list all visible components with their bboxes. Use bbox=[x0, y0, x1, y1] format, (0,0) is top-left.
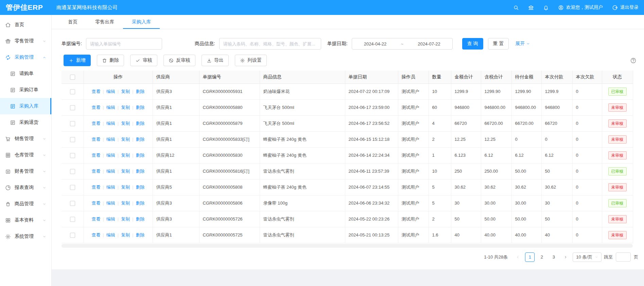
logout-button[interactable]: 退出登录 bbox=[612, 4, 639, 11]
row-action-delete[interactable]: 删除 bbox=[136, 105, 145, 110]
sidebar-item-goods-mgmt[interactable]: 商品管理 bbox=[0, 196, 51, 212]
date-range-picker[interactable]: 2024-04-22 ~ 2024-07-22 bbox=[352, 38, 453, 50]
row-action-delete[interactable]: 删除 bbox=[136, 216, 145, 222]
row-checkbox[interactable] bbox=[70, 89, 75, 94]
expand-link[interactable]: 展开 bbox=[515, 41, 530, 47]
prev-page-button[interactable] bbox=[513, 252, 523, 262]
row-checkbox[interactable] bbox=[70, 153, 75, 158]
row-action-view[interactable]: 查看 bbox=[91, 137, 100, 142]
select-all-checkbox[interactable] bbox=[70, 75, 75, 80]
row-action-copy[interactable]: 复制 bbox=[121, 232, 130, 237]
row-action-copy[interactable]: 复制 bbox=[121, 216, 130, 222]
row-action-edit[interactable]: 编辑 bbox=[106, 153, 115, 158]
row-action-delete[interactable]: 删除 bbox=[136, 121, 145, 126]
row-action-edit[interactable]: 编辑 bbox=[106, 201, 115, 206]
row-checkbox[interactable] bbox=[70, 201, 75, 206]
tab-retail-outbound[interactable]: 零售出库 bbox=[86, 15, 123, 29]
row-checkbox[interactable] bbox=[70, 233, 75, 238]
row-action-view[interactable]: 查看 bbox=[91, 121, 100, 126]
row-action-view[interactable]: 查看 bbox=[91, 169, 100, 174]
row-action-delete[interactable]: 删除 bbox=[136, 185, 145, 190]
audit-button[interactable]: 审核 bbox=[130, 55, 157, 66]
date-from-value[interactable]: 2024-04-22 bbox=[352, 41, 399, 46]
row-action-view[interactable]: 查看 bbox=[91, 89, 100, 94]
row-action-view[interactable]: 查看 bbox=[91, 216, 100, 222]
user-welcome[interactable]: 欢迎您，测试用户 bbox=[558, 4, 603, 11]
tab-home[interactable]: 首页 bbox=[59, 15, 86, 29]
reset-button[interactable]: 重 置 bbox=[488, 38, 509, 50]
row-action-edit[interactable]: 编辑 bbox=[106, 169, 115, 174]
sidebar-item-retail-mgmt[interactable]: 零售管理 bbox=[0, 33, 51, 49]
date-to-value[interactable]: 2024-07-22 bbox=[406, 41, 452, 46]
row-action-edit[interactable]: 编辑 bbox=[106, 121, 115, 126]
goods-input[interactable] bbox=[219, 38, 321, 50]
row-action-edit[interactable]: 编辑 bbox=[106, 105, 115, 110]
row-action-view[interactable]: 查看 bbox=[91, 153, 100, 158]
sidebar-item-report-query[interactable]: 报表查询 bbox=[0, 179, 51, 196]
row-action-delete[interactable]: 删除 bbox=[136, 169, 145, 174]
sidebar-item-purchase-return[interactable]: 采购退货 bbox=[0, 114, 51, 131]
row-action-edit[interactable]: 编辑 bbox=[106, 185, 115, 190]
row-action-delete[interactable]: 删除 bbox=[136, 153, 145, 158]
row-action-delete[interactable]: 删除 bbox=[136, 201, 145, 206]
row-action-delete[interactable]: 删除 bbox=[136, 137, 145, 142]
horizontal-scrollbar[interactable] bbox=[62, 244, 633, 248]
sidebar-item-base-data[interactable]: 基本资料 bbox=[0, 212, 51, 228]
sidebar-item-sales-mgmt[interactable]: 销售管理 bbox=[0, 131, 51, 147]
export-button[interactable]: 导出 bbox=[202, 55, 229, 66]
table-row: 查看|编辑|复制|删除 供应商1 CGRK00000005816[订] 雷达杀虫… bbox=[62, 163, 633, 179]
row-action-copy[interactable]: 复制 bbox=[121, 137, 130, 142]
unaudit-button[interactable]: 反审核 bbox=[163, 55, 195, 66]
row-action-copy[interactable]: 复制 bbox=[121, 89, 130, 94]
column-settings-button[interactable]: 列设置 bbox=[235, 55, 267, 66]
row-checkbox[interactable] bbox=[70, 105, 75, 110]
sidebar-item-finance-mgmt[interactable]: 财务管理 bbox=[0, 163, 51, 179]
bell-icon[interactable] bbox=[543, 5, 549, 11]
sidebar-item-purchase-mgmt[interactable]: 采购管理 bbox=[0, 49, 51, 65]
bank-icon[interactable] bbox=[528, 5, 534, 11]
add-button[interactable]: 新增 bbox=[64, 55, 91, 66]
row-action-delete[interactable]: 删除 bbox=[136, 89, 145, 94]
sidebar-item-purchase-order[interactable]: 采购订单 bbox=[0, 82, 51, 98]
row-action-copy[interactable]: 复制 bbox=[121, 121, 130, 126]
sidebar-item-home[interactable]: 首页 bbox=[0, 17, 51, 33]
delete-button[interactable]: 删除 bbox=[97, 55, 124, 66]
sidebar-item-purchase-inbound[interactable]: 采购入库 bbox=[0, 98, 51, 114]
action-divider: | bbox=[103, 153, 104, 158]
row-action-edit[interactable]: 编辑 bbox=[106, 232, 115, 237]
sidebar-item-system-mgmt[interactable]: 系统管理 bbox=[0, 228, 51, 245]
search-button[interactable]: 查 询 bbox=[462, 38, 483, 50]
row-action-copy[interactable]: 复制 bbox=[121, 105, 130, 110]
row-checkbox[interactable] bbox=[70, 137, 75, 142]
row-action-copy[interactable]: 复制 bbox=[121, 153, 130, 158]
row-action-edit[interactable]: 编辑 bbox=[106, 89, 115, 94]
help-icon[interactable] bbox=[630, 57, 637, 64]
row-action-view[interactable]: 查看 bbox=[91, 105, 100, 110]
row-checkbox[interactable] bbox=[70, 217, 75, 222]
next-page-button[interactable] bbox=[561, 252, 570, 262]
page-button-2[interactable]: 2 bbox=[537, 252, 546, 262]
bill-no-input[interactable] bbox=[86, 38, 162, 50]
row-checkbox[interactable] bbox=[70, 185, 75, 190]
row-checkbox[interactable] bbox=[70, 121, 75, 126]
row-action-copy[interactable]: 复制 bbox=[121, 201, 130, 206]
row-action-copy[interactable]: 复制 bbox=[121, 185, 130, 190]
tab-purchase-inbound[interactable]: 采购入库 bbox=[123, 15, 160, 29]
row-action-edit[interactable]: 编辑 bbox=[106, 216, 115, 222]
row-action-view[interactable]: 查看 bbox=[91, 232, 100, 237]
jump-page-input[interactable] bbox=[616, 252, 631, 262]
row-action-delete[interactable]: 删除 bbox=[136, 232, 145, 237]
row-action-view[interactable]: 查看 bbox=[91, 185, 100, 190]
sidebar-item-warehouse-mgmt[interactable]: 仓库管理 bbox=[0, 147, 51, 163]
row-action-copy[interactable]: 复制 bbox=[121, 169, 130, 174]
row-checkbox[interactable] bbox=[70, 169, 75, 174]
page-button-1[interactable]: 1 bbox=[525, 252, 535, 262]
search-icon[interactable] bbox=[513, 5, 519, 11]
row-action-view[interactable]: 查看 bbox=[91, 201, 100, 206]
row-action-edit[interactable]: 编辑 bbox=[106, 137, 115, 142]
sidebar-item-purchase-request[interactable]: 请购单 bbox=[0, 65, 51, 82]
sidebar-item-label: 零售管理 bbox=[15, 38, 34, 44]
cell-qty: 5 bbox=[429, 179, 451, 195]
page-size-select[interactable]: 10 条/页 bbox=[573, 252, 602, 262]
page-button-3[interactable]: 3 bbox=[549, 252, 558, 262]
